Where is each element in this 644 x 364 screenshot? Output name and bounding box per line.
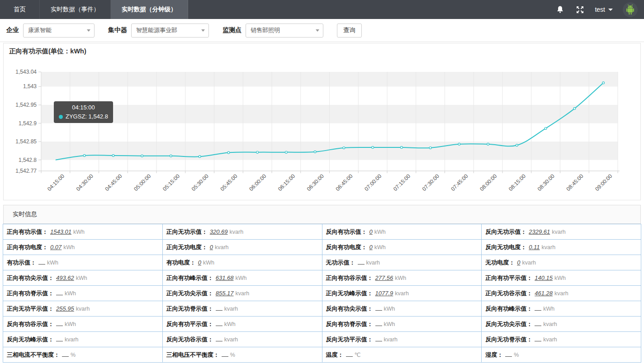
metric-value-blank[interactable] — [56, 321, 63, 326]
metric-value-blank[interactable] — [535, 321, 541, 326]
nav-tab-2[interactable]: 实时数据（分钟级） — [111, 0, 188, 19]
metric-cell: 正向有功谷示值：277.56kWh — [322, 270, 482, 286]
metric-label: 反向有功平示值： — [166, 321, 213, 327]
metric-value[interactable]: 0.07 — [50, 244, 62, 251]
metric-value[interactable]: 855.17 — [216, 290, 234, 297]
data-point-marker — [545, 128, 547, 130]
table-row: 正向有功示值：1543.01kWh正向无功示值：320.69kvarh反向有功示… — [3, 224, 641, 240]
metric-value-blank[interactable] — [375, 306, 382, 311]
metric-value[interactable]: 493.62 — [56, 274, 74, 281]
data-point-marker — [83, 155, 85, 157]
metric-cell: 反向无功平示值：kvarh — [322, 332, 482, 347]
chevron-down-icon — [87, 29, 90, 32]
metric-label: 温度： — [326, 351, 344, 358]
query-button[interactable]: 查询 — [337, 24, 362, 38]
metric-value-blank[interactable] — [535, 336, 541, 341]
metric-value[interactable]: 255.95 — [56, 305, 74, 312]
metric-label: 反向无功尖示值： — [485, 321, 532, 327]
metric-cell: 有功示值：kWh — [3, 255, 163, 270]
fullscreen-icon[interactable] — [575, 5, 585, 14]
line-chart[interactable]: 1,542.771,542.81,542.851,542.91,542.951,… — [4, 43, 640, 200]
username: test — [595, 6, 605, 13]
metric-value[interactable]: 0 — [369, 244, 373, 251]
data-point-marker — [602, 82, 605, 84]
metric-value-blank[interactable] — [375, 321, 382, 326]
metric-label: 正向无功平示值： — [7, 305, 54, 312]
metric-label: 正向有功脊示值： — [7, 290, 54, 297]
metric-value-blank[interactable] — [358, 260, 365, 265]
metric-value[interactable]: 140.15 — [535, 274, 553, 281]
data-point-marker — [429, 147, 431, 149]
nav-tab-0[interactable]: 首页 — [0, 0, 40, 19]
data-point-marker — [314, 151, 316, 153]
metric-unit: ℃ — [355, 352, 361, 358]
x-axis-label: 05:15:00 — [161, 173, 181, 192]
metric-label: 正向有功示值： — [7, 228, 48, 235]
table-row: 正向有功电度：0.07kWh正向无功电度：0kvarh反向有功电度：0kWh反向… — [3, 240, 641, 255]
nav-tabs: 首页实时数据（事件）实时数据（分钟级） — [0, 0, 188, 19]
metric-cell: 反向无功示值：2329.61kvarh — [482, 224, 641, 240]
y-axis-label: 1,542.85 — [15, 138, 37, 145]
metric-value[interactable]: 277.56 — [375, 274, 393, 281]
data-point-marker — [487, 143, 489, 145]
metric-label: 正向有功峰示值： — [166, 274, 213, 281]
data-point-marker — [573, 108, 576, 110]
metric-value-blank[interactable] — [56, 336, 63, 341]
y-axis-label: 1,542.8 — [19, 157, 37, 163]
metric-value-blank[interactable] — [346, 352, 353, 357]
filter-select-2[interactable]: 销售部照明 — [246, 24, 323, 38]
metric-unit: kWh — [543, 306, 554, 312]
metric-value[interactable]: 0.11 — [529, 244, 540, 251]
x-axis-label: 04:15:00 — [46, 173, 66, 192]
metric-value-blank[interactable] — [62, 352, 69, 357]
metric-cell: 反向无功峰示值：kvarh — [3, 332, 163, 347]
x-axis-label: 04:45:00 — [104, 173, 123, 192]
metric-label: 反向有功峰示值： — [485, 305, 532, 312]
metric-value[interactable]: 0 — [198, 259, 201, 266]
avatar[interactable] — [623, 2, 638, 17]
metric-value[interactable]: 1077.9 — [375, 290, 393, 297]
metric-value-blank[interactable] — [535, 306, 541, 311]
filter-select-0[interactable]: 康派智能 — [23, 24, 95, 38]
metric-value-blank[interactable] — [222, 352, 228, 357]
metric-unit: kWh — [76, 275, 87, 281]
metric-value-blank[interactable] — [216, 306, 223, 311]
metric-value-blank[interactable] — [375, 336, 382, 341]
metric-unit: kvarh — [230, 229, 244, 235]
metric-value[interactable]: 461.28 — [535, 290, 553, 297]
metric-value[interactable]: 0 — [517, 259, 520, 266]
metric-value-blank[interactable] — [216, 321, 223, 326]
metric-unit: kWh — [395, 275, 406, 281]
metric-cell: 湿度：% — [482, 347, 641, 363]
filters: 企业康派智能集中器智慧能源事业部监测点销售部照明 — [6, 24, 337, 38]
metric-cell: 正向有功尖示值：493.62kWh — [3, 270, 163, 286]
x-axis-label: 05:30:00 — [190, 173, 210, 192]
notification-bell-icon[interactable] — [555, 5, 565, 14]
x-axis-label: 08:45:00 — [565, 173, 585, 192]
metric-unit: kvarh — [366, 260, 380, 266]
metric-value[interactable]: 2329.61 — [529, 228, 550, 235]
metric-unit: kvarh — [65, 336, 79, 343]
metric-value-blank[interactable] — [38, 260, 45, 265]
filter-select-1[interactable]: 智慧能源事业部 — [131, 24, 209, 38]
metric-unit: kWh — [374, 229, 386, 235]
metric-cell: 正向无功电度：0kvarh — [162, 240, 322, 255]
metric-value[interactable]: 1543.01 — [50, 228, 71, 235]
data-point-marker — [516, 144, 518, 147]
metric-value[interactable]: 631.68 — [216, 274, 234, 281]
user-menu[interactable]: test — [595, 6, 613, 13]
nav-tab-1[interactable]: 实时数据（事件） — [40, 0, 111, 19]
table-row: 反向有功谷示值：kWh反向有功平示值：kWh反向有功脊示值：kWh反向无功尖示值… — [3, 317, 641, 332]
metric-cell: 反向无功脊示值：kvarh — [482, 332, 641, 347]
metric-value-blank[interactable] — [56, 290, 63, 295]
metric-value[interactable]: 320.69 — [210, 228, 228, 235]
chevron-down-icon — [316, 29, 319, 32]
metric-value[interactable]: 0 — [369, 228, 373, 235]
metric-value-blank[interactable] — [216, 336, 223, 341]
y-axis-label: 1,542.77 — [15, 168, 37, 174]
metric-unit: kvarh — [542, 244, 556, 251]
x-axis-label: 07:00:00 — [363, 173, 383, 192]
metric-value-blank[interactable] — [505, 352, 512, 357]
y-axis-label: 1,542.95 — [15, 102, 37, 108]
metric-value[interactable]: 0 — [210, 244, 213, 251]
